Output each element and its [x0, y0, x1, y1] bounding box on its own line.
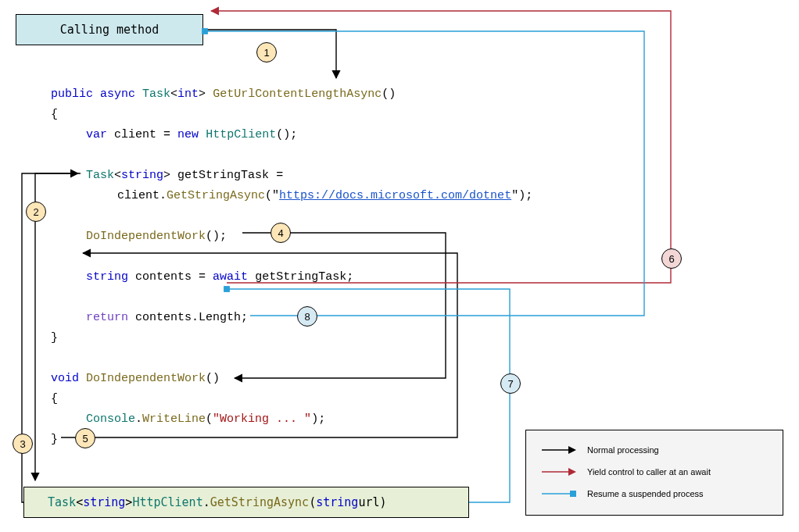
- code-client-decl: var client = new HttpClient();: [86, 125, 297, 145]
- code-void-brace-open: {: [51, 389, 58, 409]
- code-void-sig: void DoIndependentWork(): [51, 369, 220, 389]
- getstring-lt: <: [76, 495, 83, 509]
- calling-method-label: Calling method: [60, 23, 159, 37]
- code-do-independent: DoIndependentWork();: [86, 227, 227, 247]
- svg-rect-5: [570, 491, 576, 497]
- legend-text-yield: Yield control to caller at an await: [587, 467, 711, 477]
- step-2: 2: [26, 202, 46, 222]
- svg-marker-1: [568, 446, 576, 454]
- code-method-signature: public async Task<int> GetUrlContentLeng…: [51, 84, 396, 105]
- getstring-method: GetStringAsync: [210, 495, 309, 509]
- legend-box: Normal processing Yield control to calle…: [525, 430, 783, 516]
- legend-arrow-red: [540, 466, 576, 477]
- legend-row-yield: Yield control to caller at an await: [540, 466, 711, 477]
- step-8: 8: [297, 306, 317, 327]
- code-writeline: Console.WriteLine("Working ... ");: [86, 409, 325, 430]
- getstring-argname: url: [358, 495, 379, 509]
- code-await-line: string contents = await getStringTask;: [86, 267, 353, 287]
- code-brace-close: }: [51, 328, 58, 348]
- step-4: 4: [271, 223, 291, 243]
- code-void-brace-close: }: [51, 430, 58, 450]
- getstring-open: (: [309, 495, 316, 509]
- legend-arrow-black: [540, 445, 576, 455]
- getstring-task-type: Task: [48, 495, 76, 509]
- code-return-line: return contents.Length;: [86, 308, 248, 328]
- step-6: 6: [661, 248, 682, 269]
- legend-row-resume: Resume a suspended process: [540, 488, 704, 499]
- legend-row-normal: Normal processing: [540, 445, 659, 455]
- legend-text-resume: Resume a suspended process: [587, 489, 704, 498]
- getstring-close: ): [379, 495, 386, 509]
- getstring-gt: >: [125, 495, 132, 509]
- code-task-decl: Task<string> getStringTask =: [86, 166, 283, 186]
- getstring-httpclient: HttpClient: [132, 495, 202, 509]
- calling-method-box: Calling method: [16, 14, 203, 45]
- legend-text-normal: Normal processing: [587, 445, 659, 455]
- getstring-argtype: string: [316, 495, 358, 509]
- getstring-string: string: [83, 495, 125, 509]
- step-7: 7: [500, 373, 521, 394]
- code-brace-open: {: [51, 105, 58, 125]
- step-5: 5: [75, 428, 95, 448]
- step-3: 3: [13, 434, 33, 454]
- step-1: 1: [256, 42, 277, 62]
- legend-arrow-blue: [540, 488, 576, 499]
- svg-marker-3: [568, 468, 576, 476]
- code-task-call: client.GetStringAsync("https://docs.micr…: [117, 186, 532, 206]
- getstringasync-box: Task<string> HttpClient.GetStringAsync(s…: [23, 487, 469, 518]
- getstring-dot: .: [203, 495, 210, 509]
